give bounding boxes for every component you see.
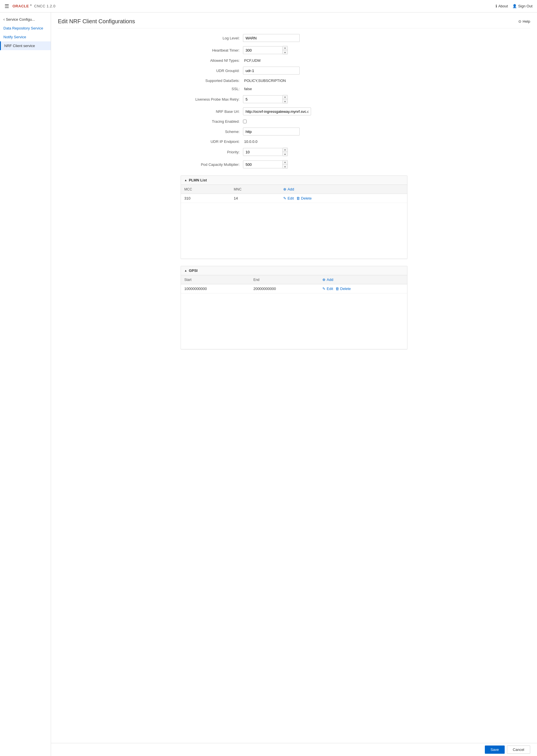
help-icon: ⊙ <box>518 19 521 23</box>
pod-capacity-multiplier-label: Pod Capacity Multiplier: <box>181 162 243 167</box>
priority-spinner: ▾ ▴ <box>243 148 288 156</box>
heartbeat-timer-down[interactable]: ▾ <box>283 46 287 50</box>
gpsi-row-actions: ✎ Edit 🗑 Delete <box>319 284 407 294</box>
priority-up[interactable]: ▴ <box>283 152 287 156</box>
udr-ip-endpoint-row: UDR IP Endpiont: 10.0.0.0 <box>181 139 407 144</box>
save-button[interactable]: Save <box>485 745 505 754</box>
oracle-text: ORACLE <box>13 4 29 8</box>
pod-capacity-multiplier-input[interactable] <box>243 160 283 168</box>
gpsi-end-header: End <box>250 275 319 284</box>
pod-capacity-multiplier-down[interactable]: ▾ <box>283 160 287 164</box>
gpsi-table: Start End ⊕ Add 10000000000 20000000 <box>181 275 407 349</box>
allowed-nf-types-row: Allowed Nf Types: PCF,UDM <box>181 59 407 63</box>
plmn-delete-button[interactable]: 🗑 Delete <box>296 196 312 200</box>
plmn-mnc-cell: 14 <box>230 194 280 203</box>
plmn-mcc-header: MCC <box>181 185 230 194</box>
header-right: ℹ About 👤 Sign Out <box>496 4 532 8</box>
gpsi-section-header: ▲ GPSI <box>181 266 407 275</box>
footer: Save Cancel <box>51 743 537 756</box>
plmn-edit-button[interactable]: ✎ Edit <box>283 196 294 200</box>
plmn-section-header: ▲ PLMN List <box>181 176 407 185</box>
sidebar-item-nrf-client[interactable]: NRF Client service <box>0 41 51 50</box>
udr-ip-endpoint-label: UDR IP Endpiont: <box>181 139 243 144</box>
liveness-probe-up[interactable]: ▴ <box>283 99 287 103</box>
gpsi-toggle-icon[interactable]: ▲ <box>184 269 187 272</box>
gpsi-start-header: Start <box>181 275 250 284</box>
supported-datasets-row: Supported DataSets: POLICY,SUBSCRIPTION <box>181 79 407 83</box>
plmn-add-icon: ⊕ <box>283 187 286 191</box>
liveness-probe-input[interactable] <box>243 95 283 103</box>
gpsi-edit-button[interactable]: ✎ Edit <box>322 287 333 291</box>
liveness-probe-row: Liveness Probe Max Retry: ▾ ▴ <box>181 95 407 103</box>
plmn-table-header-row: MCC MNC ⊕ Add <box>181 185 407 194</box>
priority-label: Priority: <box>181 150 243 154</box>
plmn-add-button[interactable]: ⊕ Add <box>283 187 294 191</box>
priority-down[interactable]: ▾ <box>283 148 287 152</box>
heartbeat-timer-input[interactable] <box>243 46 283 54</box>
liveness-probe-buttons: ▾ ▴ <box>283 95 288 103</box>
scheme-label: Scheme: <box>181 130 243 134</box>
priority-row: Priority: ▾ ▴ <box>181 148 407 156</box>
nrf-base-url-input[interactable] <box>243 107 311 115</box>
signout-button[interactable]: 👤 Sign Out <box>512 4 532 8</box>
header-left: ☰ ORACLE ® CNCC 1.2.0 <box>5 3 56 9</box>
nrf-base-url-row: NRF Base Url: <box>181 107 407 115</box>
gpsi-end-cell: 20000000000 <box>250 284 319 294</box>
liveness-probe-spinner: ▾ ▴ <box>243 95 288 103</box>
heartbeat-timer-up[interactable]: ▴ <box>283 50 287 54</box>
page-title: Edit NRF Client Configurations <box>58 18 135 25</box>
sidebar-item-data-repository[interactable]: Data Repository Service <box>0 24 51 33</box>
priority-buttons: ▾ ▴ <box>283 148 288 156</box>
ssl-label: SSL: <box>181 87 243 91</box>
log-level-label: Log Level: <box>181 36 243 40</box>
plmn-table: MCC MNC ⊕ Add 310 14 <box>181 185 407 259</box>
plmn-empty-row <box>181 203 407 259</box>
header: ☰ ORACLE ® CNCC 1.2.0 ℹ About 👤 Sign Out <box>0 0 537 13</box>
gpsi-empty-row <box>181 294 407 349</box>
ssl-row: SSL: false <box>181 87 407 91</box>
sidebar-back[interactable]: ‹ Service Configu... <box>0 15 51 24</box>
liveness-probe-down[interactable]: ▾ <box>283 95 287 99</box>
plmn-section: ▲ PLMN List MCC MNC ⊕ Add <box>181 176 407 259</box>
pod-capacity-multiplier-up[interactable]: ▴ <box>283 164 287 168</box>
gpsi-add-button[interactable]: ⊕ Add <box>322 278 333 282</box>
ssl-value: false <box>243 87 252 91</box>
about-button[interactable]: ℹ About <box>496 4 508 8</box>
gpsi-delete-icon: 🗑 <box>335 287 339 291</box>
pod-capacity-multiplier-row: Pod Capacity Multiplier: ▾ ▴ <box>181 160 407 169</box>
user-icon: 👤 <box>512 4 517 8</box>
gpsi-table-header-row: Start End ⊕ Add <box>181 275 407 284</box>
gpsi-delete-button[interactable]: 🗑 Delete <box>335 287 351 291</box>
plmn-empty-area <box>181 203 407 259</box>
udr-group-id-input[interactable] <box>243 67 300 75</box>
gpsi-actions-header: ⊕ Add <box>319 275 407 284</box>
log-level-input[interactable] <box>243 34 300 42</box>
cancel-button[interactable]: Cancel <box>507 745 530 754</box>
udr-ip-endpoint-value: 10.0.0.0 <box>243 139 258 144</box>
app-name: CNCC 1.2.0 <box>34 4 56 8</box>
help-button[interactable]: ⊙ Help <box>518 19 530 23</box>
gpsi-add-icon: ⊕ <box>322 278 325 282</box>
tracing-enabled-checkbox[interactable] <box>243 120 247 123</box>
plmn-toggle-icon[interactable]: ▲ <box>184 179 187 182</box>
gpsi-section: ▲ GPSI Start End ⊕ Add <box>181 266 407 349</box>
priority-input[interactable] <box>243 148 283 156</box>
nrf-base-url-label: NRF Base Url: <box>181 109 243 114</box>
info-icon: ℹ <box>496 4 497 8</box>
gpsi-edit-icon: ✎ <box>322 287 325 291</box>
pod-capacity-multiplier-spinner: ▾ ▴ <box>243 160 288 169</box>
hamburger-icon[interactable]: ☰ <box>5 3 9 9</box>
delete-icon: 🗑 <box>296 196 300 200</box>
supported-datasets-label: Supported DataSets: <box>181 79 243 83</box>
pod-capacity-multiplier-buttons: ▾ ▴ <box>283 160 288 169</box>
scheme-input[interactable] <box>243 128 300 136</box>
main-content: Edit NRF Client Configurations ⊙ Help Lo… <box>51 13 537 756</box>
allowed-nf-types-value: PCF,UDM <box>243 59 261 63</box>
sidebar-item-notify[interactable]: Notify Service <box>0 33 51 41</box>
supported-datasets-value: POLICY,SUBSCRIPTION <box>243 79 286 83</box>
heartbeat-timer-row: Heartbeat Timer: ▾ ▴ <box>181 46 407 55</box>
plmn-mnc-header: MNC <box>230 185 280 194</box>
back-icon: ‹ <box>3 17 5 21</box>
plmn-row-actions: ✎ Edit 🗑 Delete <box>280 194 407 203</box>
plmn-table-row: 310 14 ✎ Edit 🗑 Delete <box>181 194 407 203</box>
